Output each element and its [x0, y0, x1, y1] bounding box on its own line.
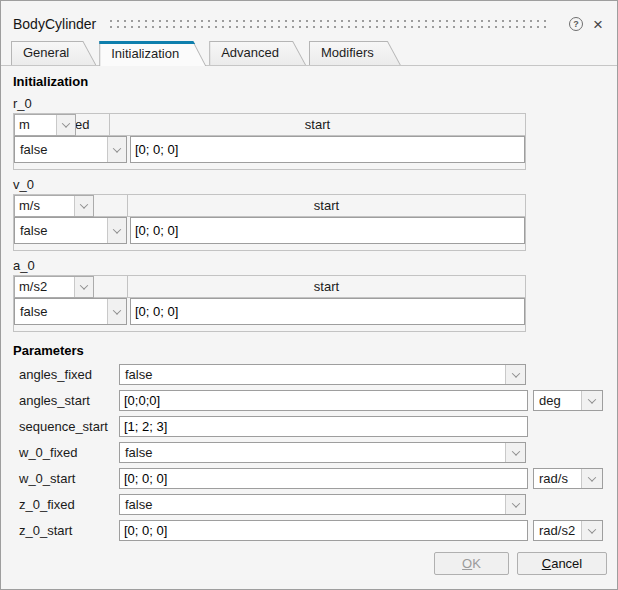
- init-table-r_0: fixed start m false: [13, 113, 526, 170]
- unit-combobox-v_0[interactable]: m/s: [14, 195, 94, 217]
- column-header-start: start: [127, 195, 525, 216]
- a_0-start-input[interactable]: [130, 298, 525, 325]
- chevron-down-icon: [62, 119, 70, 127]
- z_0_start-input[interactable]: [119, 520, 528, 541]
- init-table-r_0-row: false: [14, 136, 525, 163]
- angles_fixed-value: false: [120, 365, 505, 384]
- z_0_fixed-combobox[interactable]: false: [119, 494, 526, 515]
- param-row-angles_start: angles_start deg: [19, 390, 617, 411]
- tab-bar: General Initialization Advanced Modifier…: [1, 39, 617, 66]
- parameters-rows: angles_fixed false angles_start deg sequ…: [1, 364, 617, 541]
- z_0_start-unit-value: rad/s2: [534, 521, 581, 540]
- tab-advanced-label: Advanced: [209, 41, 306, 60]
- unit-combobox-r_0[interactable]: m: [14, 114, 76, 136]
- chevron-down-icon: [511, 447, 519, 455]
- init-table-v_0-header: fixed start m/s: [14, 195, 525, 217]
- param-label-z_0_start: z_0_start: [19, 523, 119, 538]
- chevron-down-icon: [80, 281, 88, 289]
- close-icon: ×: [593, 16, 603, 33]
- section-heading-parameters: Parameters: [13, 343, 617, 358]
- column-header-start: start: [127, 276, 525, 297]
- param-label-angles_start: angles_start: [19, 393, 119, 408]
- param-label-z_0_fixed: z_0_fixed: [19, 497, 119, 512]
- v_0-fixed-value: false: [15, 218, 107, 243]
- param-label-w_0_fixed: w_0_fixed: [19, 445, 119, 460]
- w_0_start-input[interactable]: [119, 468, 528, 489]
- tab-advanced[interactable]: Advanced: [209, 41, 306, 65]
- tab-initialization[interactable]: Initialization: [99, 41, 206, 66]
- ok-button-label: OK: [445, 556, 498, 571]
- tab-content: Initialization r_0 fixed start m false: [1, 66, 617, 575]
- z_0_start-unit-combobox[interactable]: rad/s2: [533, 520, 603, 541]
- a_0-fixed-combobox[interactable]: false: [14, 298, 127, 325]
- init-table-a_0-header: fixed start m/s2: [14, 276, 525, 298]
- drag-handle-dots: [110, 26, 551, 28]
- init-table-v_0-row: false: [14, 217, 525, 244]
- unit-combobox-r_0-value: m: [15, 115, 56, 135]
- param-label-angles_fixed: angles_fixed: [19, 367, 119, 382]
- v_0-fixed-combobox[interactable]: false: [14, 217, 127, 244]
- chevron-down-icon: [588, 525, 596, 533]
- section-heading-initialization: Initialization: [13, 74, 617, 89]
- unit-combobox-a_0-value: m/s2: [15, 277, 74, 297]
- cancel-button[interactable]: Cancel: [517, 552, 607, 575]
- ok-button[interactable]: OK: [434, 552, 509, 575]
- column-header-start: start: [109, 114, 525, 135]
- chevron-down-icon: [511, 499, 519, 507]
- init-table-v_0: fixed start m/s false: [13, 194, 526, 251]
- title-bar: BodyCylinder ? ×: [1, 1, 617, 39]
- init-table-r_0-header: fixed start m: [14, 114, 525, 136]
- w_0_fixed-value: false: [120, 443, 505, 462]
- tab-initialization-label: Initialization: [99, 41, 206, 61]
- v_0-start-input[interactable]: [130, 217, 525, 244]
- chevron-down-icon: [113, 306, 121, 314]
- init-table-a_0-row: false: [14, 298, 525, 325]
- angles_start-unit-combobox[interactable]: deg: [533, 390, 603, 411]
- close-button[interactable]: ×: [589, 15, 607, 33]
- dialog-title: BodyCylinder: [13, 16, 96, 32]
- tab-general[interactable]: General: [11, 41, 96, 65]
- param-row-angles_fixed: angles_fixed false: [19, 364, 617, 385]
- group-label-r_0: r_0: [13, 97, 617, 111]
- chevron-down-icon: [113, 225, 121, 233]
- angles_start-unit-value: deg: [534, 391, 581, 410]
- r_0-start-input[interactable]: [130, 136, 525, 163]
- param-row-w_0_fixed: w_0_fixed false: [19, 442, 617, 463]
- unit-combobox-a_0[interactable]: m/s2: [14, 276, 94, 298]
- angles_fixed-combobox[interactable]: false: [119, 364, 526, 385]
- chevron-down-icon: [511, 369, 519, 377]
- w_0_start-unit-value: rad/s: [534, 469, 581, 488]
- help-icon: ?: [569, 17, 583, 31]
- chevron-down-icon: [588, 473, 596, 481]
- param-row-w_0_start: w_0_start rad/s: [19, 468, 617, 489]
- help-button[interactable]: ?: [567, 15, 585, 33]
- r_0-fixed-value: false: [15, 137, 107, 162]
- tab-general-label: General: [11, 41, 96, 60]
- param-row-z_0_start: z_0_start rad/s2: [19, 520, 617, 541]
- button-row: OK Cancel: [1, 552, 607, 575]
- sequence_start-input[interactable]: [119, 416, 528, 437]
- param-row-sequence_start: sequence_start: [19, 416, 617, 437]
- param-label-sequence_start: sequence_start: [19, 419, 119, 434]
- param-row-z_0_fixed: z_0_fixed false: [19, 494, 617, 515]
- w_0_fixed-combobox[interactable]: false: [119, 442, 526, 463]
- r_0-fixed-combobox[interactable]: false: [14, 136, 127, 163]
- element-parameters-dialog: BodyCylinder ? × General Initialization: [0, 0, 618, 590]
- tab-modifiers[interactable]: Modifiers: [309, 41, 401, 65]
- chevron-down-icon: [113, 144, 121, 152]
- drag-handle-dots: [110, 20, 551, 22]
- cancel-button-label: Cancel: [528, 556, 596, 571]
- chevron-down-icon: [588, 395, 596, 403]
- init-table-a_0: fixed start m/s2 false: [13, 275, 526, 332]
- tab-modifiers-label: Modifiers: [309, 41, 401, 60]
- group-label-a_0: a_0: [13, 259, 617, 273]
- group-label-v_0: v_0: [13, 178, 617, 192]
- z_0_fixed-value: false: [120, 495, 505, 514]
- chevron-down-icon: [80, 200, 88, 208]
- param-label-w_0_start: w_0_start: [19, 471, 119, 486]
- unit-combobox-v_0-value: m/s: [15, 196, 74, 216]
- w_0_start-unit-combobox[interactable]: rad/s: [533, 468, 603, 489]
- a_0-fixed-value: false: [15, 299, 107, 324]
- angles_start-input[interactable]: [119, 390, 528, 411]
- drag-handle[interactable]: [110, 20, 551, 28]
